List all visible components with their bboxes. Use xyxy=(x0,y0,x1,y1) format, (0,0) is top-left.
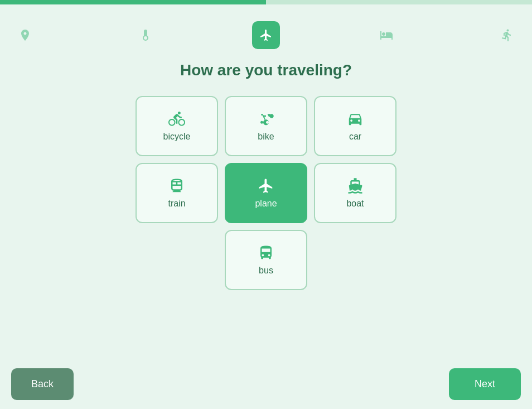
transport-card-plane[interactable]: plane xyxy=(225,163,307,223)
bottom-bar: Back Next xyxy=(0,359,532,409)
progress-bar-fill xyxy=(0,0,266,4)
main-content: How are you traveling? bicycle bike car xyxy=(0,45,532,290)
transport-label-car: car xyxy=(349,132,361,142)
transport-card-boat[interactable]: boat xyxy=(314,163,396,223)
progress-bar-container xyxy=(0,0,532,4)
transport-card-bus[interactable]: bus xyxy=(225,230,307,290)
next-button[interactable]: Next xyxy=(449,368,521,400)
step-icon-location xyxy=(11,21,39,49)
step-icon-activity xyxy=(493,21,521,49)
steps-row xyxy=(0,4,532,49)
transport-grid-row1: bicycle bike car train p xyxy=(136,96,396,223)
transport-card-train[interactable]: train xyxy=(136,163,218,223)
transport-card-bicycle[interactable]: bicycle xyxy=(136,96,218,156)
transport-label-bicycle: bicycle xyxy=(163,132,191,142)
step-icon-weather xyxy=(132,21,159,49)
transport-label-plane: plane xyxy=(255,199,277,209)
transport-row-bus: bus xyxy=(225,230,307,290)
transport-label-boat: boat xyxy=(346,199,364,209)
transport-card-car[interactable]: car xyxy=(314,96,396,156)
back-button[interactable]: Back xyxy=(11,368,74,400)
transport-label-bus: bus xyxy=(259,266,273,276)
transport-label-train: train xyxy=(168,199,185,209)
step-icon-accommodation xyxy=(373,21,400,49)
page-title: How are you traveling? xyxy=(180,61,352,79)
transport-card-bike[interactable]: bike xyxy=(225,96,307,156)
step-icon-transport xyxy=(252,21,280,49)
transport-label-bike: bike xyxy=(258,132,274,142)
